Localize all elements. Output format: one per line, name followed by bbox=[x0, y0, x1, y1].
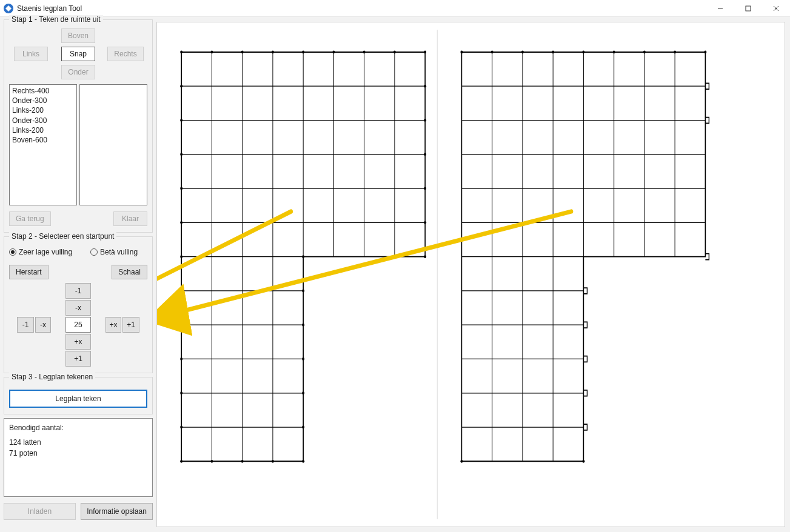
svg-point-80 bbox=[521, 50, 524, 53]
herstart-button[interactable]: Herstart bbox=[9, 265, 49, 279]
radio-dot-icon bbox=[90, 248, 98, 256]
radio-zeer-lage-vulling[interactable]: Zeer lage vulling bbox=[9, 248, 72, 256]
svg-point-30 bbox=[393, 50, 396, 53]
svg-point-82 bbox=[582, 50, 584, 53]
svg-rect-1 bbox=[746, 6, 751, 11]
svg-point-33 bbox=[424, 85, 426, 88]
secondary-listbox[interactable] bbox=[79, 84, 147, 205]
svg-point-87 bbox=[460, 460, 463, 463]
close-button[interactable] bbox=[762, 0, 790, 17]
svg-point-38 bbox=[180, 187, 182, 190]
onder-button[interactable]: Onder bbox=[61, 65, 95, 79]
svg-point-55 bbox=[180, 460, 182, 463]
results-line2: 71 poten bbox=[9, 448, 147, 459]
minus1-top-button[interactable]: -1 bbox=[65, 283, 91, 299]
svg-point-49 bbox=[180, 357, 182, 361]
svg-point-36 bbox=[180, 153, 182, 156]
step2-group: Stap 2 - Selecteer een startpunt Zeer la… bbox=[4, 236, 153, 373]
step2-legend: Stap 2 - Selecteer een startpunt bbox=[9, 232, 116, 241]
maximize-icon bbox=[745, 5, 751, 12]
svg-point-48 bbox=[302, 324, 304, 327]
informatie-opslaan-button[interactable]: Informatie opslaan bbox=[81, 503, 153, 520]
svg-point-42 bbox=[180, 255, 182, 258]
history-item[interactable]: Rechts-400 bbox=[12, 86, 74, 96]
canvas-area[interactable] bbox=[156, 22, 785, 527]
history-item[interactable]: Boven-600 bbox=[12, 135, 74, 145]
sidebar: Stap 1 - Teken de ruimte uit Boven Links… bbox=[0, 17, 156, 532]
svg-line-89 bbox=[157, 211, 291, 319]
svg-point-34 bbox=[180, 119, 182, 122]
svg-point-57 bbox=[241, 460, 244, 463]
minusx-top-button[interactable]: -x bbox=[65, 300, 91, 316]
svg-point-43 bbox=[302, 255, 304, 258]
boven-button[interactable]: Boven bbox=[61, 28, 95, 43]
minimize-icon bbox=[717, 5, 723, 12]
radio-beta-vulling[interactable]: Betà vulling bbox=[90, 248, 138, 256]
plusx-bot-button[interactable]: +x bbox=[65, 334, 91, 350]
legplan-teken-button[interactable]: Legplan teken bbox=[9, 390, 147, 408]
svg-point-45 bbox=[180, 289, 182, 292]
close-icon bbox=[773, 5, 779, 12]
history-item[interactable]: Onder-300 bbox=[12, 116, 74, 125]
svg-point-81 bbox=[552, 50, 554, 53]
radio2-label: Betà vulling bbox=[100, 248, 138, 256]
svg-point-85 bbox=[674, 50, 676, 53]
svg-point-35 bbox=[424, 119, 426, 122]
minimize-button[interactable] bbox=[706, 0, 734, 17]
svg-point-79 bbox=[491, 50, 494, 53]
svg-point-32 bbox=[180, 85, 182, 88]
step1-group: Stap 1 - Teken de ruimte uit Boven Links… bbox=[4, 19, 153, 233]
history-item[interactable]: Onder-300 bbox=[12, 96, 74, 105]
plus1-bot-button[interactable]: +1 bbox=[65, 351, 91, 367]
svg-point-53 bbox=[180, 426, 182, 429]
step3-legend: Stap 3 - Legplan tekenen bbox=[9, 373, 95, 381]
history-item[interactable]: Links-200 bbox=[12, 125, 74, 135]
schaal-button[interactable]: Schaal bbox=[112, 265, 147, 279]
svg-point-52 bbox=[302, 391, 304, 394]
history-item[interactable]: Links-200 bbox=[12, 105, 74, 115]
results-box: Benodigd aantal: 124 latten 71 poten bbox=[4, 418, 153, 497]
results-heading: Benodigd aantal: bbox=[9, 422, 147, 433]
snap-button[interactable]: Snap bbox=[61, 47, 95, 61]
svg-point-44 bbox=[424, 255, 426, 258]
maximize-button[interactable] bbox=[734, 0, 762, 17]
plus1-right-button[interactable]: +1 bbox=[122, 317, 139, 333]
window-title: Staenis legplan Tool bbox=[17, 4, 82, 13]
svg-point-29 bbox=[363, 50, 366, 53]
inladen-button[interactable]: Inladen bbox=[4, 503, 76, 520]
svg-point-86 bbox=[704, 50, 706, 53]
svg-point-58 bbox=[272, 460, 274, 463]
svg-point-25 bbox=[241, 50, 244, 53]
svg-point-39 bbox=[424, 187, 426, 190]
app-icon bbox=[4, 4, 13, 13]
svg-point-28 bbox=[332, 50, 335, 53]
ga-terug-button[interactable]: Ga terug bbox=[9, 211, 51, 226]
svg-point-78 bbox=[460, 50, 463, 53]
radio-dot-icon bbox=[9, 248, 16, 256]
svg-point-50 bbox=[302, 357, 304, 361]
svg-point-23 bbox=[180, 50, 182, 53]
svg-point-40 bbox=[180, 221, 182, 224]
svg-point-37 bbox=[424, 153, 426, 156]
titlebar: Staenis legplan Tool bbox=[0, 0, 790, 17]
svg-point-26 bbox=[272, 50, 274, 53]
history-listbox[interactable]: Rechts-400Onder-300Links-200Onder-300Lin… bbox=[9, 84, 77, 205]
plan-diagram bbox=[157, 22, 785, 527]
svg-point-59 bbox=[302, 460, 304, 463]
svg-point-31 bbox=[424, 50, 426, 53]
svg-point-83 bbox=[613, 50, 615, 53]
step3-group: Stap 3 - Legplan tekenen Legplan teken bbox=[4, 377, 153, 414]
links-button[interactable]: Links bbox=[14, 47, 48, 61]
svg-point-27 bbox=[302, 50, 304, 53]
svg-point-56 bbox=[210, 460, 213, 463]
results-line1: 124 latten bbox=[9, 437, 147, 448]
klaar-button[interactable]: Klaar bbox=[113, 211, 147, 226]
value-input[interactable]: 25 bbox=[65, 317, 91, 333]
rechts-button[interactable]: Rechts bbox=[107, 47, 143, 61]
radio1-label: Zeer lage vulling bbox=[19, 248, 72, 256]
minusx-left-button[interactable]: -x bbox=[35, 317, 51, 333]
minus1-left-button[interactable]: -1 bbox=[17, 317, 34, 333]
svg-point-51 bbox=[180, 391, 182, 394]
svg-point-88 bbox=[582, 460, 584, 463]
plusx-right-button[interactable]: +x bbox=[105, 317, 121, 333]
